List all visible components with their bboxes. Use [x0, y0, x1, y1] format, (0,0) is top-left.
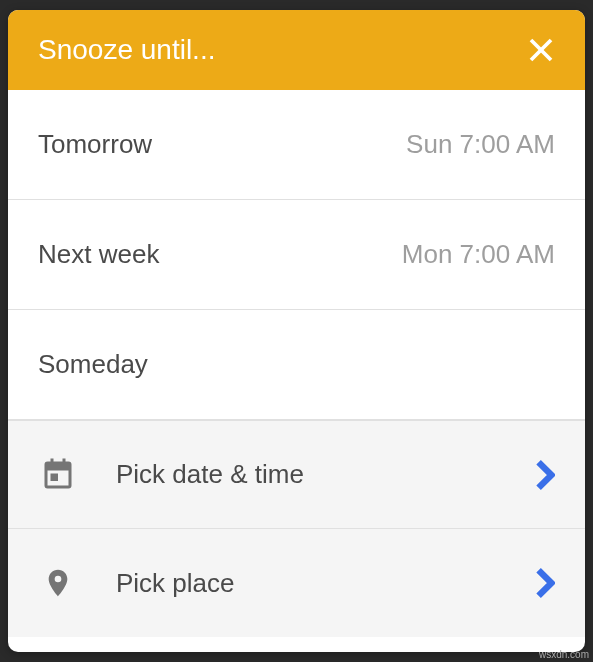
dialog-header: Snooze until...	[8, 10, 585, 90]
calendar-icon	[38, 455, 78, 495]
snooze-dialog: Snooze until... Tomorrow Sun 7:00 AM Nex…	[8, 10, 585, 652]
chevron-right-icon	[535, 459, 555, 491]
pick-section: Pick date & time Pick place	[8, 420, 585, 637]
chevron-right-icon	[535, 567, 555, 599]
place-icon	[38, 563, 78, 603]
option-tomorrow[interactable]: Tomorrow Sun 7:00 AM	[8, 90, 585, 200]
option-label: Next week	[38, 239, 159, 270]
pick-date-time[interactable]: Pick date & time	[8, 421, 585, 529]
option-value: Sun 7:00 AM	[406, 129, 555, 160]
options-list: Tomorrow Sun 7:00 AM Next week Mon 7:00 …	[8, 90, 585, 652]
close-icon	[526, 35, 556, 65]
option-label: Someday	[38, 349, 148, 380]
option-value: Mon 7:00 AM	[402, 239, 555, 270]
watermark-text: wsxdn.com	[539, 649, 589, 660]
option-next-week[interactable]: Next week Mon 7:00 AM	[8, 200, 585, 310]
pick-label: Pick date & time	[116, 459, 535, 490]
dialog-title: Snooze until...	[38, 34, 215, 66]
option-someday[interactable]: Someday	[8, 310, 585, 420]
pick-place[interactable]: Pick place	[8, 529, 585, 637]
option-label: Tomorrow	[38, 129, 152, 160]
pick-label: Pick place	[116, 568, 535, 599]
close-button[interactable]	[523, 32, 559, 68]
